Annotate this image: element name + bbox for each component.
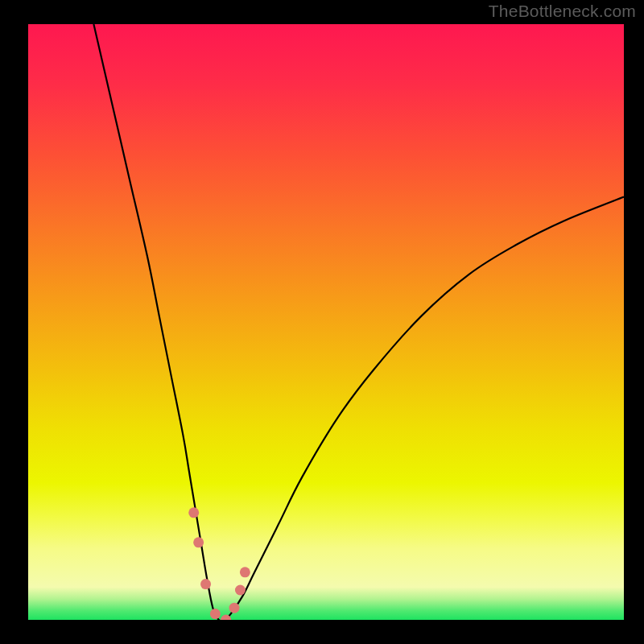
data-marker	[210, 609, 221, 619]
data-marker	[200, 579, 211, 589]
data-marker	[188, 507, 199, 518]
plot-area	[28, 24, 624, 620]
data-marker	[229, 603, 240, 613]
gradient-bg	[28, 24, 624, 620]
watermark-text: TheBottleneck.com	[489, 2, 636, 21]
data-marker	[193, 537, 204, 547]
data-marker	[235, 585, 246, 596]
chart-container: TheBottleneck.com	[0, 0, 644, 644]
data-marker	[240, 567, 250, 577]
chart-svg	[28, 24, 624, 620]
